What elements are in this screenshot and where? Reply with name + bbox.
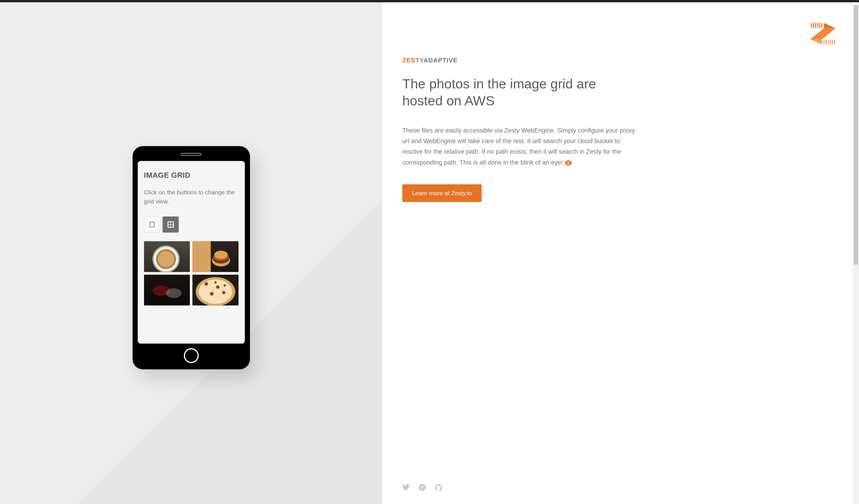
facebook-icon[interactable] <box>419 484 426 492</box>
headline: The photos in the image grid are hosted … <box>402 76 626 109</box>
phone-home-button[interactable] <box>184 348 199 363</box>
grid-view-button[interactable] <box>163 216 179 232</box>
grid-image-burger[interactable] <box>192 241 239 272</box>
square-icon <box>149 222 155 227</box>
brand-wordmark: ZESTYADAPTIVE <box>402 57 825 64</box>
phone-mockup: IMAGE GRID Click on the buttons to chang… <box>133 146 250 369</box>
eye-icon <box>564 158 572 169</box>
body-text: These files are easily accessible via Ze… <box>402 127 635 166</box>
grid-image-coffee[interactable] <box>144 241 190 272</box>
brand-part-adaptive: ADAPTIVE <box>423 57 457 64</box>
learn-more-button[interactable]: Learn more at Zesty.io <box>402 184 482 202</box>
grid-image-wine[interactable] <box>144 274 190 305</box>
svg-marker-13 <box>810 39 822 44</box>
window-top-border <box>0 0 859 2</box>
body-copy: These files are easily accessible via Ze… <box>402 125 640 169</box>
twitter-icon[interactable] <box>402 484 410 492</box>
phone-speaker <box>181 153 201 155</box>
svg-marker-14 <box>810 28 835 40</box>
phone-title: IMAGE GRID <box>144 171 239 180</box>
github-icon[interactable] <box>435 484 442 492</box>
phone-subtitle: Click on the buttons to change the grid … <box>144 187 239 206</box>
zesty-logo-icon <box>810 22 836 45</box>
single-view-button[interactable] <box>144 216 160 232</box>
social-links <box>402 484 442 492</box>
svg-point-16 <box>568 162 569 163</box>
scrollbar-thumb[interactable] <box>854 5 858 265</box>
left-preview-pane: IMAGE GRID Click on the buttons to chang… <box>0 2 382 504</box>
grid-icon <box>167 221 174 228</box>
view-toggle-group <box>144 216 239 232</box>
grid-image-pizza[interactable] <box>192 274 239 305</box>
vertical-scrollbar[interactable]: ▲ <box>853 4 859 504</box>
phone-screen: IMAGE GRID Click on the buttons to chang… <box>138 161 245 343</box>
svg-marker-12 <box>824 23 835 28</box>
brand-part-zesty: ZESTY <box>402 57 423 64</box>
right-content-pane: ZESTYADAPTIVE The photos in the image gr… <box>382 2 859 504</box>
image-grid <box>144 241 239 305</box>
